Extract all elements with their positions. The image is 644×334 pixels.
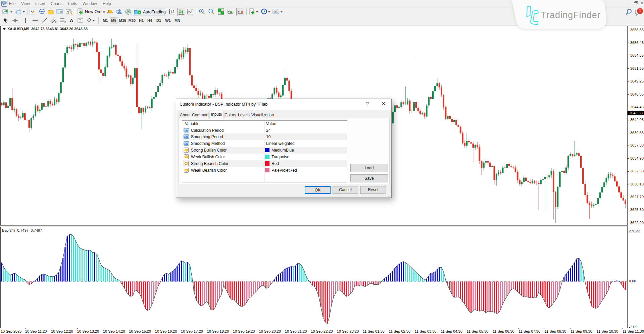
svg-text:1: 1 (639, 9, 641, 13)
svg-text:A: A (70, 18, 73, 23)
svg-text:123: 123 (184, 135, 189, 138)
svg-text:123: 123 (184, 129, 189, 132)
svg-text:123: 123 (184, 142, 189, 145)
svg-text:E: E (55, 21, 57, 23)
svg-text:MT4: MT4 (3, 2, 7, 4)
svg-text:T: T (79, 19, 81, 22)
svg-text:F: F (64, 21, 66, 23)
